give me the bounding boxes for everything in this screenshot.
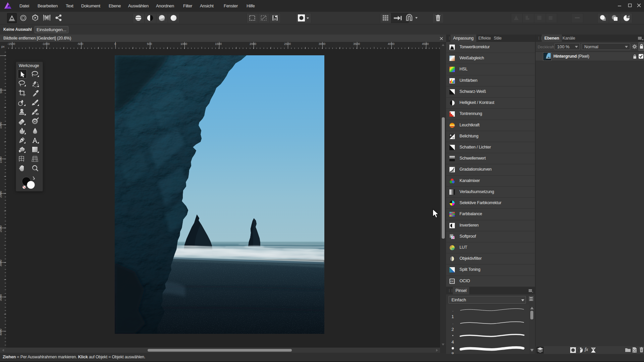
svg-text:OC: OC bbox=[450, 280, 454, 283]
svg-text:.: . bbox=[452, 321, 453, 325]
svg-text:4: 4 bbox=[451, 340, 454, 345]
svg-text:1: 1 bbox=[451, 314, 454, 319]
svg-text:.: . bbox=[452, 309, 453, 312]
svg-text:2: 2 bbox=[451, 327, 454, 332]
svg-text:8: 8 bbox=[451, 351, 454, 354]
